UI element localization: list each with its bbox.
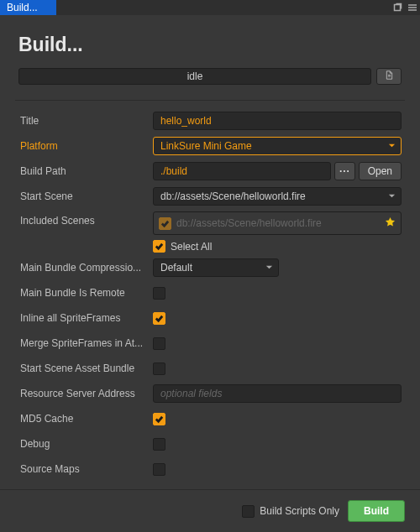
inline-label: Inline all SpriteFrames	[18, 312, 153, 324]
debug-label: Debug	[18, 438, 153, 450]
resourceserver-label: Resource Server Address	[18, 388, 153, 399]
included-scenes-list: db://assets/Scene/helloworld.fire	[153, 211, 402, 235]
log-button[interactable]	[376, 68, 402, 85]
menu-icon[interactable]	[405, 0, 420, 15]
header: Build...	[0, 15, 420, 68]
chevron-down-icon	[388, 190, 396, 202]
window-tab[interactable]: Build...	[0, 0, 56, 15]
scene-path: db://assets/Scene/helloworld.fire	[176, 217, 322, 229]
platform-label: Platform	[18, 140, 153, 152]
merge-label: Merge SpriteFrames in At...	[18, 337, 153, 349]
page-title: Build...	[18, 34, 402, 56]
scene-checkbox[interactable]	[159, 217, 171, 230]
isremote-label: Main Bundle Is Remote	[18, 287, 153, 299]
chevron-down-icon	[388, 140, 396, 152]
window-tab-label: Build...	[7, 2, 38, 13]
startscene-label: Start Scene	[18, 190, 153, 202]
platform-select[interactable]: LinkSure Mini Game	[153, 137, 402, 155]
compression-value: Default	[160, 262, 192, 274]
status-text: idle	[187, 70, 203, 82]
status-bar: idle	[18, 68, 371, 85]
scriptsonly-checkbox[interactable]	[242, 505, 255, 518]
sourcemaps-label: Source Maps	[18, 463, 153, 475]
scriptsonly-label: Build Scripts Only	[260, 505, 339, 517]
title-label: Title	[18, 115, 153, 127]
document-icon	[385, 70, 394, 82]
footer: Build Scripts Only Build	[0, 489, 420, 532]
resourceserver-input[interactable]	[153, 384, 402, 403]
compression-label: Main Bundle Compressio...	[18, 262, 153, 274]
svg-rect-0	[395, 5, 401, 11]
buildpath-label: Build Path	[18, 165, 153, 177]
title-bar: Build...	[0, 0, 420, 15]
popout-icon[interactable]	[390, 0, 405, 15]
merge-checkbox[interactable]	[153, 337, 165, 350]
startscene-value: db://assets/Scene/helloworld.fire	[160, 190, 306, 202]
platform-value: LinkSure Mini Game	[160, 140, 252, 152]
ssbundle-label: Start Scene Asset Bundle	[18, 362, 153, 374]
star-icon[interactable]	[385, 216, 396, 230]
inline-checkbox[interactable]	[153, 312, 165, 325]
compression-select[interactable]: Default	[153, 258, 279, 277]
md5-label: MD5 Cache	[18, 413, 153, 425]
open-button[interactable]: Open	[359, 162, 402, 180]
scene-item[interactable]: db://assets/Scene/helloworld.fire	[159, 217, 322, 230]
md5-checkbox[interactable]	[153, 413, 165, 425]
buildpath-input[interactable]	[153, 162, 331, 180]
title-input[interactable]	[153, 112, 402, 130]
selectall-label: Select All	[171, 241, 212, 253]
selectall-checkbox[interactable]	[153, 240, 165, 253]
sourcemaps-checkbox[interactable]	[153, 463, 165, 476]
debug-checkbox[interactable]	[153, 438, 165, 451]
isremote-checkbox[interactable]	[153, 287, 165, 300]
build-button[interactable]: Build	[348, 500, 405, 522]
chevron-down-icon	[265, 262, 273, 274]
included-label: Included Scenes	[18, 211, 153, 227]
startscene-select[interactable]: db://assets/Scene/helloworld.fire	[153, 187, 402, 206]
build-form: Title Platform LinkSure Mini Game Build …	[15, 100, 405, 488]
browse-button[interactable]: ···	[334, 162, 354, 180]
ssbundle-checkbox[interactable]	[153, 362, 165, 375]
